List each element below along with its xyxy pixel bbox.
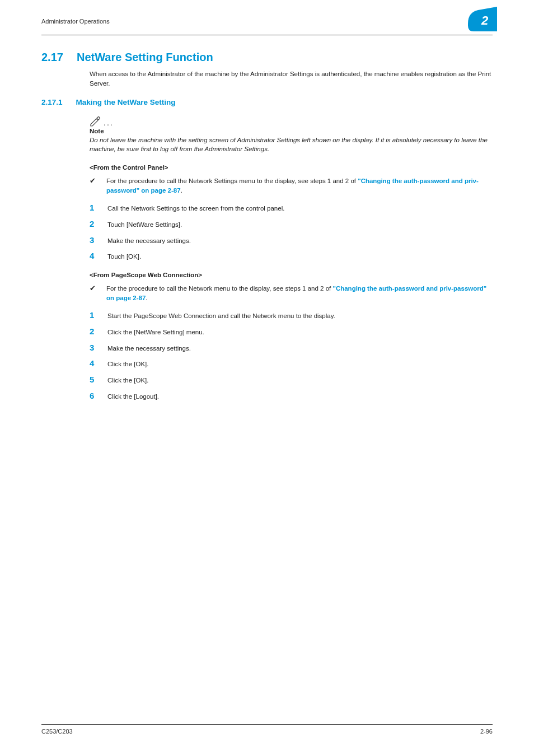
step-number: 1 xyxy=(90,310,97,320)
note-label: Note xyxy=(90,128,493,134)
panel-step-1: 1 Call the Network Settings to the scree… xyxy=(90,203,493,213)
subsection-title: Making the NetWare Setting xyxy=(76,98,176,106)
web-step-4: 4 Click the [OK]. xyxy=(90,358,493,369)
web-check-post: . xyxy=(146,295,147,301)
step-text: Click the [OK]. xyxy=(107,360,493,369)
panel-check-row: ✔ For the procedure to call the Network … xyxy=(90,176,493,195)
step-number: 3 xyxy=(90,343,97,352)
web-check-body: For the procedure to call the Network me… xyxy=(106,284,493,302)
web-step-1: 1 Start the PageScope Web Connection and… xyxy=(90,310,493,321)
web-step-6: 6 Click the [Logout]. xyxy=(90,391,493,402)
web-check-pre: For the procedure to call the Network me… xyxy=(106,285,332,292)
page-footer: C253/C203 2-96 xyxy=(41,724,493,735)
step-number: 4 xyxy=(90,251,97,260)
step-number: 2 xyxy=(90,326,97,336)
step-number: 6 xyxy=(90,391,97,400)
step-text: Click the [OK]. xyxy=(107,376,493,385)
intro-paragraph: When access to the Administrator of the … xyxy=(90,69,493,88)
step-number: 1 xyxy=(90,203,97,212)
panel-check-post: . xyxy=(181,187,182,194)
section-heading: 2.17 NetWare Setting Function xyxy=(41,51,493,64)
web-heading: <From PageScope Web Connection> xyxy=(90,272,493,278)
footer-row: C253/C203 2-96 xyxy=(41,728,493,735)
subsection-heading: 2.17.1 Making the NetWare Setting xyxy=(41,98,493,106)
page: Administrator Operations 2 2.17 NetWare … xyxy=(0,0,534,756)
panel-check-pre: For the procedure to call the Network Se… xyxy=(106,178,358,184)
step-text: Touch [OK]. xyxy=(107,252,493,262)
section-number: 2.17 xyxy=(41,51,63,64)
page-header-title: Administrator Operations xyxy=(41,18,110,25)
chapter-badge: 2 xyxy=(468,11,493,31)
panel-heading: <From the Control Panel> xyxy=(90,164,493,171)
note-icon-row: ... xyxy=(90,114,493,126)
footer-left: C253/C203 xyxy=(41,728,73,735)
footer-rule xyxy=(41,724,493,725)
step-text: Touch [NetWare Settings]. xyxy=(107,220,493,230)
note-body: Do not leave the machine with the settin… xyxy=(90,136,493,154)
footer-right: 2-96 xyxy=(480,728,493,735)
panel-step-4: 4 Touch [OK]. xyxy=(90,251,493,262)
step-text: Make the necessary settings. xyxy=(107,344,493,353)
step-number: 5 xyxy=(90,375,97,384)
web-step-2: 2 Click the [NetWare Setting] menu. xyxy=(90,326,493,337)
note-dots: ... xyxy=(104,118,114,127)
step-number: 4 xyxy=(90,358,97,368)
step-number: 3 xyxy=(90,235,97,245)
step-text: Call the Network Settings to the screen … xyxy=(107,204,493,213)
page-header: Administrator Operations 2 xyxy=(41,11,493,31)
web-step-5: 5 Click the [OK]. xyxy=(90,375,493,385)
step-number: 2 xyxy=(90,219,97,228)
web-step-3: 3 Make the necessary settings. xyxy=(90,343,493,353)
subsection-number: 2.17.1 xyxy=(41,98,63,106)
step-text: Click the [Logout]. xyxy=(107,392,493,402)
svg-text:2: 2 xyxy=(481,13,489,27)
step-text: Make the necessary settings. xyxy=(107,236,493,246)
step-text: Click the [NetWare Setting] menu. xyxy=(107,328,493,337)
panel-step-2: 2 Touch [NetWare Settings]. xyxy=(90,219,493,230)
step-text: Start the PageScope Web Connection and c… xyxy=(107,311,493,321)
checkmark-icon: ✔ xyxy=(90,284,97,293)
pencil-icon xyxy=(90,114,104,125)
panel-step-3: 3 Make the necessary settings. xyxy=(90,235,493,246)
section-title: NetWare Setting Function xyxy=(77,51,213,64)
web-check-row: ✔ For the procedure to call the Network … xyxy=(90,284,493,302)
chapter-badge-icon: 2 xyxy=(468,7,497,31)
checkmark-icon: ✔ xyxy=(90,176,97,185)
panel-check-body: For the procedure to call the Network Se… xyxy=(106,176,493,195)
header-rule xyxy=(41,35,493,35)
